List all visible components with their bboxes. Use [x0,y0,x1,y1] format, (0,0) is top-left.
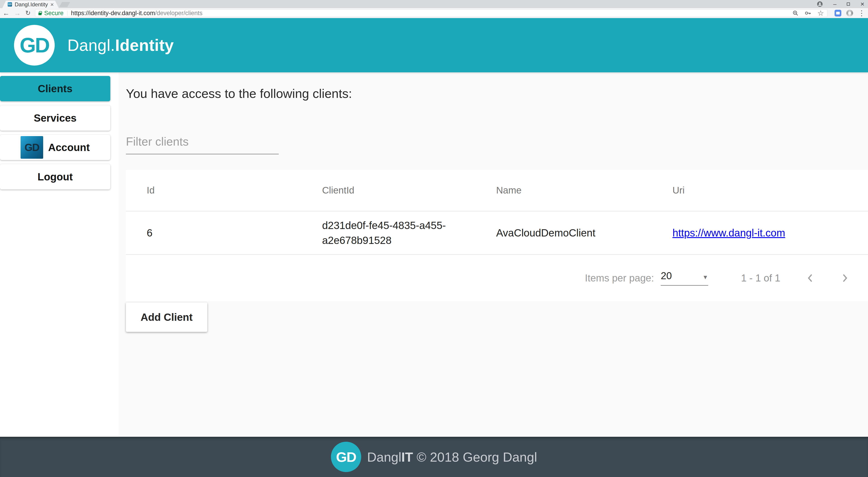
page-size-select[interactable]: 20 ▼ [661,270,708,286]
window-close-icon[interactable]: × [860,1,864,7]
window-controls: – × [817,1,864,7]
sidebar-item-label: Account [48,141,90,153]
page-size-value: 20 [661,270,672,281]
main-content: You have access to the following clients… [119,72,868,437]
sidebar-item-logout[interactable]: Logout [0,164,110,189]
sidebar: Clients Services GD Account Logout [0,72,119,437]
minimize-icon[interactable]: – [833,1,836,7]
tab-title: Dangl.Identity [15,1,51,8]
gd-logo: GD [14,25,55,65]
client-uri-link[interactable]: https://www.dangl-it.com [673,227,785,239]
lock-icon[interactable] [38,13,41,15]
column-header-clientid: ClientId [301,185,475,196]
extension-tag-icon[interactable] [835,10,841,17]
paginator-nav [805,273,850,283]
page-range-label: 1 - 1 of 1 [741,272,780,284]
app-title: Dangl.Identity [67,36,174,55]
table-paginator: Items per page: 20 ▼ 1 - 1 of 1 [126,255,868,301]
app-title-bold: Identity [115,36,174,54]
clients-table: Id ClientId Name Uri 6 d231de0f-fe45-483… [126,170,868,301]
forward-icon[interactable]: → [14,10,21,17]
chevron-down-icon: ▼ [703,274,708,281]
secure-label: Secure [44,10,64,17]
cell-clientid: d231de0f-fe45-4835-a455-a2e678b91528 [301,218,475,248]
footer-copyright-suffix: © 2018 Georg Dangl [413,450,537,464]
items-per-page-label: Items per page: [585,272,654,284]
extension-swirl-icon[interactable] [846,10,853,17]
footer: GD DanglIT © 2018 Georg Dangl [0,437,868,477]
column-header-id: Id [126,185,301,196]
sidebar-item-label: Logout [37,171,73,183]
sidebar-item-label: Services [34,112,76,124]
add-client-button[interactable]: Add Client [126,302,207,332]
filter-clients-input[interactable] [126,135,279,148]
browser-tab[interactable]: GD Dangl.Identity × [2,1,59,8]
tab-close-icon[interactable]: × [51,2,54,7]
profile-icon[interactable] [817,1,823,7]
next-page-icon[interactable] [839,273,850,283]
footer-brand-bold: IT [401,450,413,464]
cell-id: 6 [126,227,301,239]
url-path: /developer/clients [155,10,203,17]
footer-brand-regular: Dangl [367,450,401,464]
account-gd-icon: GD [21,136,43,159]
previous-page-icon[interactable] [805,273,815,283]
sidebar-item-label: Clients [38,83,72,95]
key-icon[interactable] [805,10,811,16]
app-title-regular: Dangl. [67,36,115,54]
tab-favicon-gd-icon: GD [8,2,12,6]
sidebar-item-account[interactable]: GD Account [0,135,110,160]
new-tab-button[interactable] [59,2,70,7]
url-divider [67,11,67,16]
address-bar[interactable]: Secure https://identity-dev.dangl-it.com… [35,9,827,17]
restore-icon[interactable] [847,2,850,6]
app-body: Clients Services GD Account Logout You h… [0,72,868,437]
sidebar-item-services[interactable]: Services [0,106,110,131]
browser-menu-icon[interactable]: ⋮ [858,9,865,17]
column-header-uri: Uri [652,185,868,196]
column-header-name: Name [475,185,652,196]
browser-toolbar: ← → ↻ Secure https://identity-dev.dangl-… [0,8,868,18]
client-guid: d231de0f-fe45-4835-a455-a2e678b91528 [322,218,469,248]
cell-name: AvaCloudDemoClient [475,227,652,239]
page-title: You have access to the following clients… [126,86,868,101]
zoom-icon[interactable] [793,10,798,16]
footer-copyright: DanglIT © 2018 Georg Dangl [367,449,537,465]
refresh-icon[interactable]: ↻ [25,10,31,16]
table-row: 6 d231de0f-fe45-4835-a455-a2e678b91528 A… [126,211,868,255]
filter-field [126,135,279,154]
bookmark-star-icon[interactable]: ☆ [817,9,824,17]
back-icon[interactable]: ← [3,10,9,17]
app-header: GD Dangl.Identity [0,18,868,72]
browser-tab-strip: GD Dangl.Identity × – × [0,0,868,8]
url-domain: https://identity-dev.dangl-it.com [71,10,155,17]
table-header-row: Id ClientId Name Uri [126,170,868,211]
cell-uri: https://www.dangl-it.com [652,227,868,239]
footer-gd-logo: GD [331,442,361,472]
sidebar-item-clients[interactable]: Clients [0,76,110,101]
